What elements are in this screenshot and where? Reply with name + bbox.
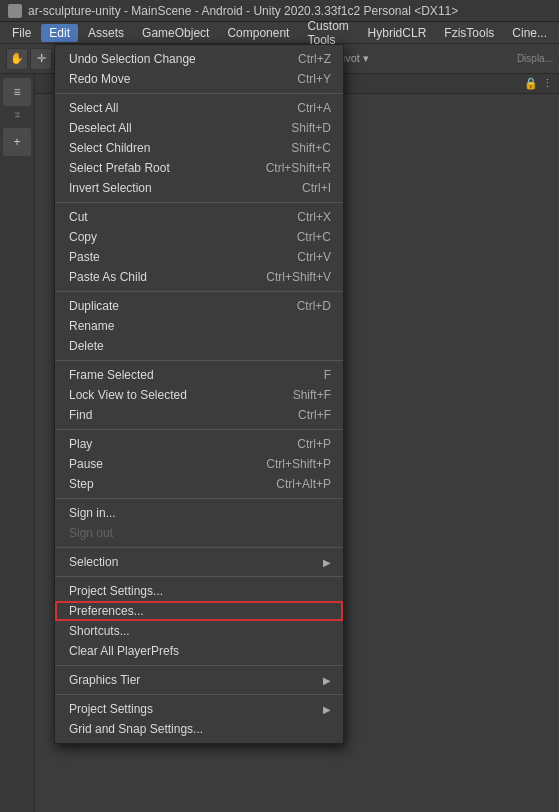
separator-6 (55, 498, 343, 499)
add-btn[interactable]: + (3, 128, 31, 156)
menu-item-play[interactable]: Play Ctrl+P (55, 434, 343, 454)
menu-item-copy[interactable]: Copy Ctrl+C (55, 227, 343, 247)
title-bar-text: ar-sculpture-unity - MainScene - Android… (28, 4, 458, 18)
menu-item-shortcuts[interactable]: Shortcuts... (55, 621, 343, 641)
separator-7 (55, 547, 343, 548)
menu-item-rename[interactable]: Rename (55, 316, 343, 336)
menu-item-frame-selected[interactable]: Frame Selected F (55, 365, 343, 385)
menu-hybridclr[interactable]: HybridCLR (360, 24, 435, 42)
menu-item-grid-snap[interactable]: Grid and Snap Settings... (55, 719, 343, 739)
separator-10 (55, 694, 343, 695)
left-panel: ≡ H + (0, 74, 35, 812)
hand-tool[interactable]: ✋ (6, 48, 28, 70)
hierarchy-btn[interactable]: ≡ (3, 78, 31, 106)
menu-item-step[interactable]: Step Ctrl+Alt+P (55, 474, 343, 494)
separator-5 (55, 429, 343, 430)
selection-arrow: ▶ (323, 557, 331, 568)
graphics-tier-arrow: ▶ (323, 675, 331, 686)
menu-item-pause[interactable]: Pause Ctrl+Shift+P (55, 454, 343, 474)
menu-icon[interactable]: ⋮ (542, 77, 553, 90)
menu-item-redo[interactable]: Redo Move Ctrl+Y (55, 69, 343, 89)
menu-item-invert-selection[interactable]: Invert Selection Ctrl+I (55, 178, 343, 198)
menu-fzistools[interactable]: FzisTools (436, 24, 502, 42)
display-label: Displa... (517, 53, 553, 64)
menu-item-project-settings[interactable]: Project Settings... (55, 581, 343, 601)
separator-4 (55, 360, 343, 361)
menu-item-selection[interactable]: Selection ▶ (55, 552, 343, 572)
menu-gameobject[interactable]: GameObject (134, 24, 217, 42)
menu-item-graphics-tier[interactable]: Graphics Tier ▶ (55, 670, 343, 690)
menu-item-clear-playerprefs[interactable]: Clear All PlayerPrefs (55, 641, 343, 661)
menu-item-select-children[interactable]: Select Children Shift+C (55, 138, 343, 158)
menu-item-deselect-all[interactable]: Deselect All Shift+D (55, 118, 343, 138)
menu-item-sign-in[interactable]: Sign in... (55, 503, 343, 523)
menu-file[interactable]: File (4, 24, 39, 42)
move-tool[interactable]: ✛ (30, 48, 52, 70)
separator-3 (55, 291, 343, 292)
separator-1 (55, 93, 343, 94)
project-settings-arrow: ▶ (323, 704, 331, 715)
menu-assets[interactable]: Assets (80, 24, 132, 42)
lock-icon: 🔒 (524, 77, 538, 90)
menu-item-select-all[interactable]: Select All Ctrl+A (55, 98, 343, 118)
menu-component[interactable]: Component (219, 24, 297, 42)
app-icon (8, 4, 22, 18)
menu-item-project-settings-2[interactable]: Project Settings ▶ (55, 699, 343, 719)
menu-item-select-prefab-root[interactable]: Select Prefab Root Ctrl+Shift+R (55, 158, 343, 178)
separator-9 (55, 665, 343, 666)
menu-bar: File Edit Assets GameObject Component Cu… (0, 22, 559, 44)
menu-item-preferences[interactable]: Preferences... (55, 601, 343, 621)
menu-item-cut[interactable]: Cut Ctrl+X (55, 207, 343, 227)
menu-item-lock-view[interactable]: Lock View to Selected Shift+F (55, 385, 343, 405)
menu-item-paste[interactable]: Paste Ctrl+V (55, 247, 343, 267)
menu-item-paste-as-child[interactable]: Paste As Child Ctrl+Shift+V (55, 267, 343, 287)
separator-8 (55, 576, 343, 577)
menu-item-duplicate[interactable]: Duplicate Ctrl+D (55, 296, 343, 316)
menu-edit[interactable]: Edit (41, 24, 78, 42)
separator-2 (55, 202, 343, 203)
menu-cine[interactable]: Cine... (504, 24, 555, 42)
menu-item-undo[interactable]: Undo Selection Change Ctrl+Z (55, 49, 343, 69)
menu-item-find[interactable]: Find Ctrl+F (55, 405, 343, 425)
menu-item-sign-out[interactable]: Sign out (55, 523, 343, 543)
menu-item-delete[interactable]: Delete (55, 336, 343, 356)
edit-dropdown-menu: Undo Selection Change Ctrl+Z Redo Move C… (54, 44, 344, 744)
hierarchy-label: H (13, 112, 22, 118)
title-bar: ar-sculpture-unity - MainScene - Android… (0, 0, 559, 22)
